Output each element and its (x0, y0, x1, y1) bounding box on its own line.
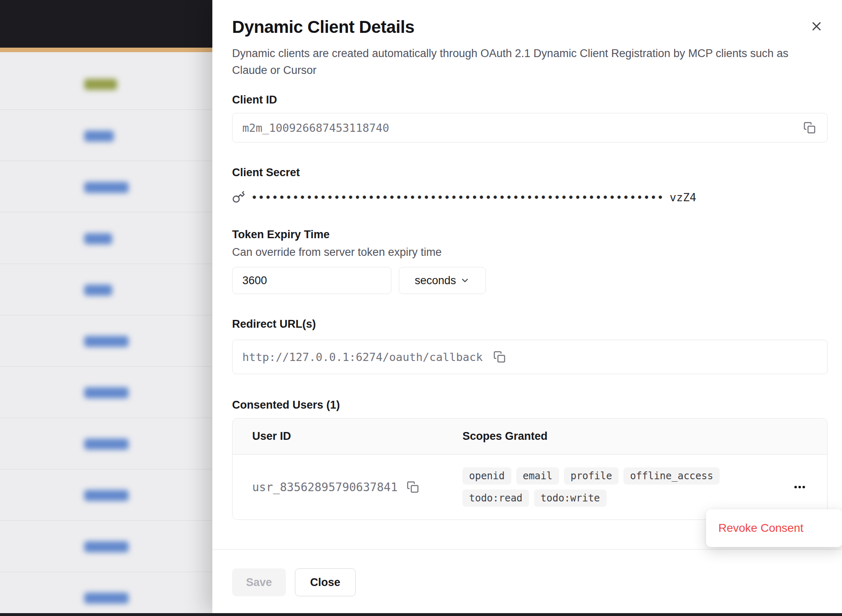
background-row-divider (0, 161, 212, 161)
client-secret-label: Client Secret (232, 166, 828, 179)
redirect-urls-field: http://127.0.0.1:6274/oauth/callback (232, 340, 828, 374)
blurred-text (84, 79, 117, 90)
background-row-divider (0, 520, 212, 521)
scope-badge: todo:read (462, 490, 529, 507)
background-row-divider (0, 572, 212, 572)
user-id-value: usr_83562895790637841 (252, 480, 398, 494)
blurred-link (84, 387, 129, 398)
blurred-link (84, 541, 129, 552)
save-button[interactable]: Save (232, 568, 286, 596)
modal-title: Dynamic Client Details (232, 17, 828, 37)
token-expiry-unit-value: seconds (415, 274, 456, 287)
table-header-row: User ID Scopes Granted (232, 418, 827, 455)
blurred-link (84, 285, 112, 296)
row-actions-menu: Revoke Consent (706, 509, 842, 547)
blurred-link (84, 336, 129, 347)
scopes-cell: openid email profile offline_access todo… (462, 467, 750, 507)
background-row-divider (0, 109, 212, 110)
blurred-link (84, 490, 129, 501)
scope-badge: offline_access (623, 467, 720, 485)
background-accent-line (0, 48, 230, 52)
blurred-link (84, 439, 129, 450)
background-row-divider (0, 366, 212, 367)
redirect-url-value: http://127.0.0.1:6274/oauth/callback (242, 351, 483, 363)
screen: Dynamic Client Details Dynamic clients a… (0, 0, 842, 616)
token-expiry-row: seconds (232, 267, 828, 294)
client-id-value: m2m_100926687453118740 (242, 122, 389, 134)
revoke-consent-menu-item[interactable]: Revoke Consent (718, 522, 803, 535)
scope-badge: email (516, 467, 559, 485)
blurred-link (84, 593, 129, 604)
background-row-divider (0, 264, 212, 264)
copy-icon[interactable] (492, 349, 507, 365)
copy-icon[interactable] (802, 120, 817, 136)
blurred-link (84, 233, 112, 244)
background-row-divider (0, 418, 212, 418)
background-row-divider (0, 315, 212, 315)
client-id-field: m2m_100926687453118740 (232, 113, 828, 143)
client-id-label: Client ID (232, 94, 828, 106)
background-row-divider (0, 212, 212, 212)
modal-footer: Save Close (212, 549, 842, 596)
bottom-edge-bar (0, 613, 842, 616)
column-header-scopes: Scopes Granted (462, 430, 548, 443)
redirect-urls-label: Redirect URL(s) (232, 318, 828, 331)
background-topbar (0, 0, 230, 48)
key-icon (232, 191, 245, 204)
background-row-divider (0, 469, 212, 469)
token-expiry-unit-select[interactable]: seconds (399, 267, 486, 294)
consented-users-label: Consented Users (1) (232, 399, 828, 411)
token-expiry-label: Token Expiry Time (232, 228, 828, 241)
dynamic-client-details-modal: Dynamic Client Details Dynamic clients a… (212, 0, 842, 613)
client-secret-row: ••••••••••••••••••••••••••••••••••••••••… (232, 191, 828, 204)
consented-users-table: User ID Scopes Granted usr_8356289579063… (232, 418, 828, 520)
user-id-cell: usr_83562895790637841 (252, 479, 462, 495)
client-secret-suffix: vzZ4 (669, 191, 696, 204)
blurred-link (84, 131, 114, 142)
close-icon[interactable] (808, 18, 825, 34)
background-page (0, 0, 230, 616)
chevron-down-icon (460, 276, 470, 285)
column-header-user-id: User ID (252, 430, 462, 443)
ellipsis-icon[interactable] (790, 478, 809, 496)
copy-icon[interactable] (405, 479, 421, 495)
token-expiry-input[interactable] (232, 267, 391, 294)
modal-description: Dynamic clients are created automaticall… (232, 45, 807, 79)
close-button[interactable]: Close (295, 568, 356, 596)
row-actions-cell (790, 478, 827, 496)
scope-badge: profile (564, 467, 619, 485)
scope-badge: openid (462, 467, 511, 485)
scope-badge: todo:write (534, 490, 607, 507)
blurred-link (84, 182, 129, 193)
token-expiry-helper: Can override from server token expiry ti… (232, 246, 828, 259)
client-secret-masked-value: ••••••••••••••••••••••••••••••••••••••••… (251, 191, 664, 204)
